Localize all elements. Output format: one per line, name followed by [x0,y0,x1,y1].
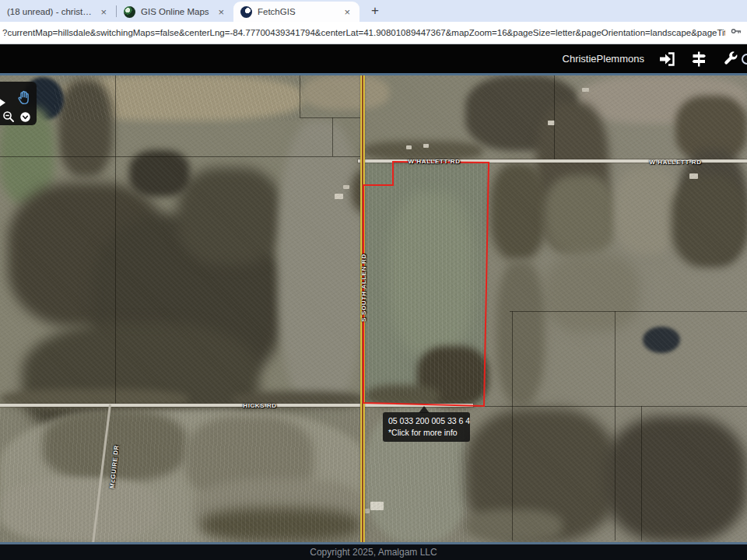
parcel-tooltip[interactable]: 05 033 200 005 33 6 4 *Click for more in… [383,412,470,442]
map-footer: Copyright 2025, Amalgam LLC [0,542,747,560]
road-label-hallett-west: W HALLETT RD [408,158,460,165]
chevron-down-icon[interactable] [19,111,31,126]
address-bar[interactable]: ?currentMap=hillsdale&switchingMaps=fals… [0,22,747,44]
new-tab-button[interactable]: + [366,2,384,20]
cropped-toolbar-icon[interactable] [742,54,747,65]
tab-mail[interactable]: (18 unread) - christieplemmons × [0,2,116,22]
tab-fetchgis-label: FetchGIS [258,7,336,16]
close-icon[interactable]: × [98,6,109,18]
sign-out-icon[interactable] [658,50,676,68]
pan-hand-icon[interactable] [16,89,32,109]
app-toolbar: ChristiePlemmons [0,44,747,75]
wrench-icon[interactable] [721,50,739,68]
url-text[interactable]: ?currentMap=hillsdale&switchingMaps=fals… [2,28,725,37]
key-icon[interactable] [730,25,742,40]
zoom-search-icon[interactable] [2,110,16,127]
collapse-arrow-icon[interactable] [0,98,5,107]
tab-fetchgis[interactable]: FetchGIS × [233,2,359,22]
close-icon[interactable]: × [216,6,226,18]
fetchgis-favicon [240,6,252,18]
tab-gis-online-maps[interactable]: GIS Online Maps × [117,2,233,22]
road-label-hallett-east: W HALLETT RD [649,159,701,166]
road-label-south-allen: S SOUTH ALLEN RD [360,254,367,322]
tooltip-hint-text: *Click for more info [388,427,465,439]
gis-online-maps-favicon [124,6,135,18]
map-viewport[interactable]: W HALLETT RD W HALLETT RD HICKS RD S SOU… [0,75,747,542]
browser-window: (18 unread) - christieplemmons × GIS Onl… [0,0,747,560]
road-label-hicks: HICKS RD [243,402,276,409]
close-icon[interactable]: × [342,6,352,18]
signpost-icon[interactable] [689,50,708,68]
tab-gis-label: GIS Online Maps [141,7,210,16]
tab-mail-label: (18 unread) - christieplemmons [7,7,93,16]
parcel-id-text: 05 033 200 005 33 6 4 [388,415,465,427]
username-label: ChristiePlemmons [563,53,644,65]
copyright-text: Copyright 2025, Amalgam LLC [310,547,437,558]
map-tool-panel [0,82,37,125]
tab-bar: (18 unread) - christieplemmons × GIS Onl… [0,0,747,22]
